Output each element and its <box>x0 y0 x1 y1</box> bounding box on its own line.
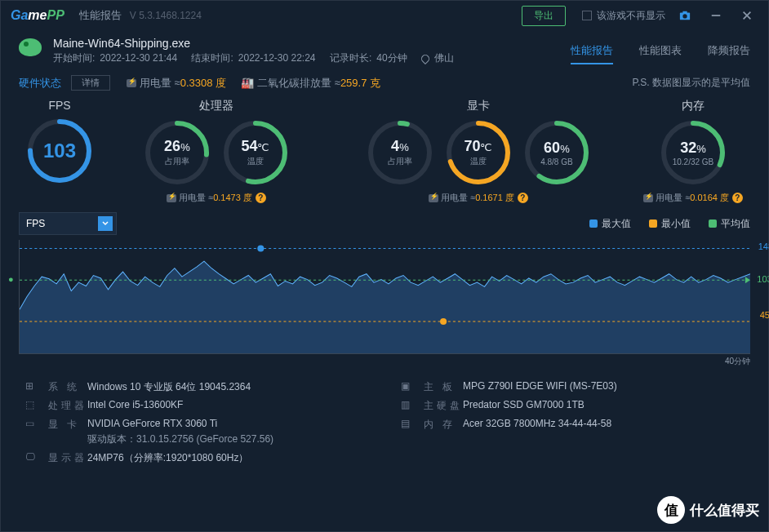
game-icon <box>19 38 45 64</box>
gauges: FPS 103 处理器 26%占用率 54℃温度 用电量 ≈ 0.1473 度? <box>1 94 768 206</box>
cpu-title: 处理器 <box>199 99 233 113</box>
gpu-title: 显卡 <box>467 99 490 113</box>
svg-point-1 <box>682 14 687 18</box>
app-title: 性能报告 <box>79 8 122 23</box>
power-icon <box>167 194 176 202</box>
mem-title: 内存 <box>682 99 705 113</box>
detail-button[interactable]: 详情 <box>71 75 110 91</box>
minimize-icon[interactable] <box>705 4 727 27</box>
chevron-down-icon <box>98 216 113 231</box>
vram-gauge: 60%4.8/8 GB <box>522 118 591 187</box>
tab-performance-chart[interactable]: 性能图表 <box>639 38 682 64</box>
svg-rect-3 <box>712 15 721 16</box>
os-icon: ⊞ <box>25 380 42 392</box>
power-stat: 用电量 ≈ 0.3308 度 <box>127 76 226 91</box>
location-icon <box>420 53 431 64</box>
gpu-temp-gauge: 70℃温度 <box>444 118 513 187</box>
tabs: 性能报告 性能图表 降频报告 <box>571 38 750 64</box>
svg-point-22 <box>440 318 447 325</box>
cpu-icon: ⬚ <box>25 399 42 410</box>
sys-cpu: ⬚处理器Intel Core i5-13600KF <box>25 399 368 413</box>
status-row: 硬件状态 详情 用电量 ≈ 0.3308 度 🏭二氧化碳排放量 ≈ 259.7 … <box>1 69 768 94</box>
app-version: V 5.3.1468.1224 <box>130 10 202 21</box>
power-icon <box>429 194 438 202</box>
game-meta: 开始时间:2022-12-30 21:44 结束时间:2022-12-30 22… <box>53 51 571 65</box>
power-icon <box>643 194 653 202</box>
hw-status-label: 硬件状态 <box>19 76 61 91</box>
monitor-icon: 🖵 <box>25 451 42 463</box>
cpu-temp-gauge: 54℃温度 <box>221 118 290 187</box>
mem-power: 用电量 ≈ 0.0164 度? <box>643 192 743 204</box>
avg-label: 103.28 <box>757 274 769 284</box>
ps-note: P.S. 数据图显示的是平均值 <box>633 76 750 90</box>
app-logo: GamePP <box>11 8 64 23</box>
watermark: 值 什么值得买 <box>657 496 759 524</box>
header: Maine-Win64-Shipping.exe 开始时间:2022-12-30… <box>1 30 768 69</box>
gpu-usage-gauge: 4%占用率 <box>366 118 434 187</box>
chart-section: FPS 最大值 最小值 平均值 148 103.28 45 ● 40分钟 <box>1 206 768 367</box>
sys-ssd: ▥主硬盘Predator SSD GM7000 1TB <box>401 399 744 413</box>
camera-icon[interactable] <box>673 4 696 27</box>
chart-select[interactable]: FPS <box>19 212 117 235</box>
mem-gauge: 32%10.2/32 GB <box>659 118 727 187</box>
sys-gpu: ▭显 卡NVIDIA GeForce RTX 3060 Ti驱动版本：31.0.… <box>25 418 368 446</box>
titlebar: GamePP 性能报告 V 5.3.1468.1224 导出 该游戏不再显示 <box>1 1 768 30</box>
fps-gauge: 103 <box>25 117 94 185</box>
tab-throttle-report[interactable]: 降频报告 <box>708 38 750 64</box>
co2-icon: 🏭 <box>241 77 254 89</box>
svg-rect-2 <box>682 11 687 14</box>
fps-chart: 148 103.28 45 ● <box>19 240 750 354</box>
export-button[interactable]: 导出 <box>522 6 566 26</box>
help-icon[interactable]: ? <box>732 193 743 203</box>
sys-mb: ▣主 板MPG Z790I EDGE WIFI (MS-7E03) <box>401 380 744 394</box>
co2-stat: 🏭二氧化碳排放量 ≈ 259.7 克 <box>241 76 380 91</box>
cpu-power: 用电量 ≈ 0.1473 度? <box>167 192 266 204</box>
gpu-power: 用电量 ≈ 0.1671 度? <box>429 192 528 204</box>
sys-mem: ▤内 存Acer 32GB 7800MHz 34-44-44-58 <box>401 418 744 446</box>
power-icon <box>127 79 136 87</box>
sysinfo: ⊞系 统Windows 10 专业版 64位 19045.2364 ▣主 板MP… <box>1 367 768 478</box>
fps-title: FPS <box>48 99 70 112</box>
sys-monitor: 🖵显示器24MP76（分辨率:1920*1080 60Hz） <box>25 451 368 465</box>
svg-point-21 <box>257 245 264 251</box>
chart-legend: 最大值 最小值 平均值 <box>589 217 750 231</box>
no-show-checkbox[interactable]: 该游戏不再显示 <box>582 9 665 23</box>
memory-icon: ▤ <box>401 418 417 429</box>
help-icon[interactable]: ? <box>256 193 266 203</box>
game-exe: Maine-Win64-Shipping.exe <box>53 37 571 50</box>
chart-xlabel: 40分钟 <box>19 356 750 367</box>
close-icon[interactable] <box>736 4 758 27</box>
sys-os: ⊞系 统Windows 10 专业版 64位 19045.2364 <box>25 380 368 394</box>
tab-performance-report[interactable]: 性能报告 <box>571 38 613 64</box>
ssd-icon: ▥ <box>401 399 417 410</box>
help-icon[interactable]: ? <box>518 193 528 203</box>
motherboard-icon: ▣ <box>401 380 417 392</box>
gpu-icon: ▭ <box>25 418 42 429</box>
min-label: 45 <box>760 310 769 320</box>
avg-dot: ● <box>8 274 14 284</box>
cpu-usage-gauge: 26%占用率 <box>143 118 211 187</box>
max-label: 148 <box>758 242 769 251</box>
